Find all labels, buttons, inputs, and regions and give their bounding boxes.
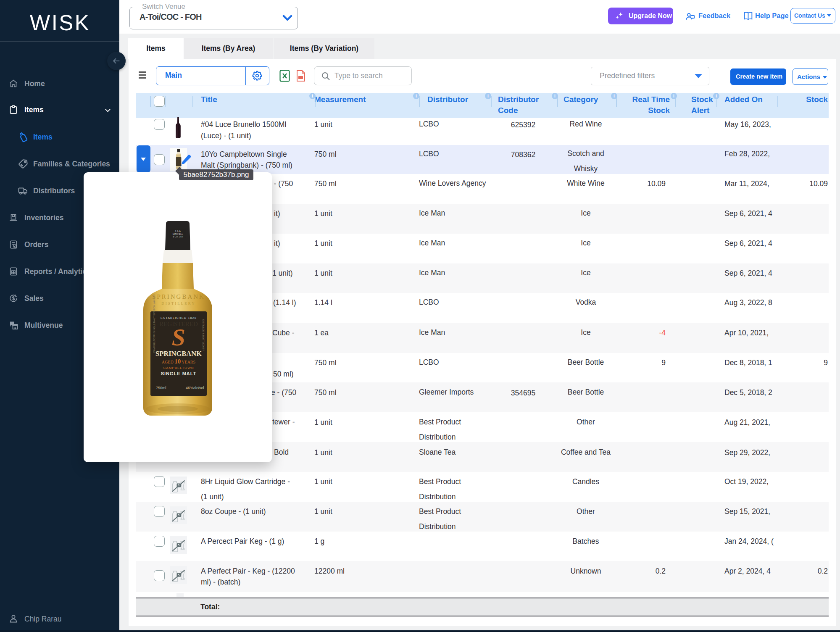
svg-text:& CO. LTD: & CO. LTD bbox=[173, 235, 183, 238]
svg-text:750ml: 750ml bbox=[156, 386, 166, 390]
svg-text:DISTILLERY: DISTILLERY bbox=[161, 301, 196, 305]
svg-text:S: S bbox=[172, 324, 185, 351]
svg-text:46%alc/vol: 46%alc/vol bbox=[186, 386, 204, 390]
svg-text:CAMPBELTOWN: CAMPBELTOWN bbox=[163, 366, 194, 370]
svg-text:CAMPBELTOWN SINGLE MALT SCOTCH: CAMPBELTOWN SINGLE MALT SCOTCH WHISKY bbox=[153, 294, 155, 353]
svg-text:DISTILLED & BOTTLED BY: DISTILLED & BOTTLED BY bbox=[202, 319, 205, 351]
svg-text:ESTABLISHED 1828: ESTABLISHED 1828 bbox=[161, 316, 197, 320]
svg-text:SPRINGBANK: SPRINGBANK bbox=[152, 293, 205, 300]
svg-text:SINGLE MALT: SINGLE MALT bbox=[161, 371, 197, 376]
svg-text:SPRINGBANK: SPRINGBANK bbox=[155, 350, 202, 358]
svg-text:J & A: J & A bbox=[175, 230, 181, 232]
